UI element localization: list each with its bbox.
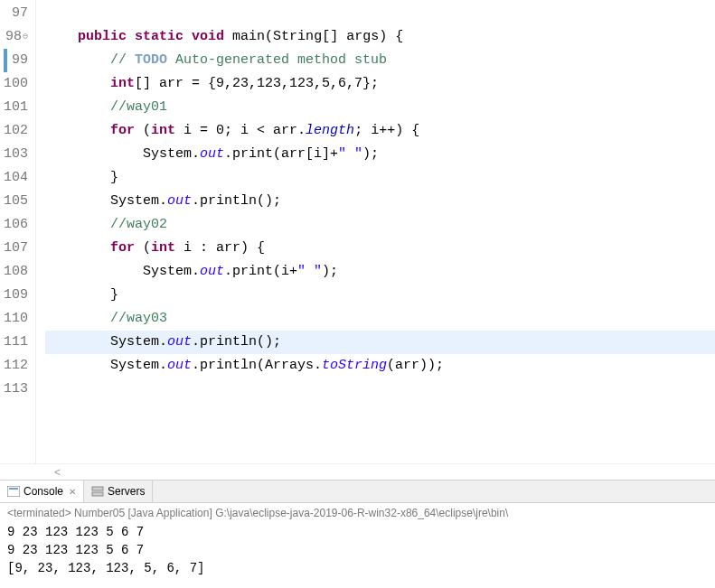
svg-rect-2 — [92, 487, 103, 490]
console-line: 9 23 123 123 5 6 7 — [7, 541, 708, 559]
line-number: 103 — [4, 143, 28, 166]
code-line[interactable]: int[] arr = {9,23,123,123,5,6,7}; — [45, 72, 715, 96]
code-line[interactable]: public static void main(String[] args) { — [45, 25, 715, 49]
scroll-left-icon[interactable]: < — [54, 466, 61, 479]
console-output[interactable]: 9 23 123 123 5 6 7 9 23 123 123 5 6 7 [9… — [7, 523, 708, 577]
tab-console-label: Console — [24, 485, 63, 498]
code-content[interactable]: public static void main(String[] args) {… — [36, 0, 715, 463]
code-line[interactable]: System.out.println(); — [45, 331, 715, 354]
line-number: 109 — [4, 284, 28, 307]
code-line[interactable]: } — [45, 284, 715, 307]
line-number: 98⊖ — [4, 25, 28, 49]
code-line[interactable]: System.out.println(); — [45, 190, 715, 213]
svg-rect-3 — [92, 492, 103, 496]
code-line[interactable]: for (int i = 0; i < arr.length; i++) { — [45, 119, 715, 143]
console-icon — [7, 486, 20, 497]
code-line[interactable]: //way03 — [45, 307, 715, 331]
line-number: 113 — [4, 378, 28, 401]
console-line: [9, 23, 123, 123, 5, 6, 7] — [7, 559, 708, 577]
line-number: 102 — [4, 119, 28, 143]
horizontal-scroll-stub[interactable]: < — [0, 463, 715, 480]
line-number: 111 — [4, 331, 28, 354]
line-number: 110 — [4, 307, 28, 331]
code-line[interactable]: System.out.print(i+" "); — [45, 260, 715, 284]
line-number: 105 — [4, 190, 28, 213]
code-line[interactable]: // TODO Auto-generated method stub — [45, 49, 715, 72]
code-line[interactable]: for (int i : arr) { — [45, 237, 715, 260]
bottom-view-tabs: Console ✕ Servers — [0, 480, 715, 503]
line-number: 97 — [4, 2, 28, 25]
line-number: 108 — [4, 260, 28, 284]
line-number: 112 — [4, 354, 28, 378]
svg-rect-0 — [7, 486, 20, 497]
code-line[interactable]: } — [45, 166, 715, 190]
servers-icon — [91, 486, 104, 497]
console-status: <terminated> Number05 [Java Application]… — [7, 505, 708, 523]
svg-rect-1 — [9, 488, 18, 490]
console-panel: <terminated> Number05 [Java Application]… — [0, 503, 715, 588]
close-icon[interactable]: ✕ — [69, 487, 76, 497]
line-number: 99 — [4, 49, 28, 72]
code-line[interactable] — [45, 2, 715, 25]
line-number: 104 — [4, 166, 28, 190]
code-line[interactable]: System.out.print(arr[i]+" "); — [45, 143, 715, 166]
tab-servers-label: Servers — [108, 485, 145, 498]
tab-console[interactable]: Console ✕ — [0, 481, 84, 502]
line-number-gutter: 9798⊖99100101102103104105106107108109110… — [0, 0, 36, 463]
code-line[interactable] — [45, 378, 715, 401]
line-number: 100 — [4, 72, 28, 96]
line-number: 106 — [4, 213, 28, 237]
line-number: 107 — [4, 237, 28, 260]
code-line[interactable]: //way02 — [45, 213, 715, 237]
code-line[interactable]: System.out.println(Arrays.toString(arr))… — [45, 354, 715, 378]
code-line[interactable]: //way01 — [45, 96, 715, 119]
line-number: 101 — [4, 96, 28, 119]
code-editor[interactable]: 9798⊖99100101102103104105106107108109110… — [0, 0, 715, 463]
tab-servers[interactable]: Servers — [84, 481, 153, 502]
console-line: 9 23 123 123 5 6 7 — [7, 523, 708, 541]
